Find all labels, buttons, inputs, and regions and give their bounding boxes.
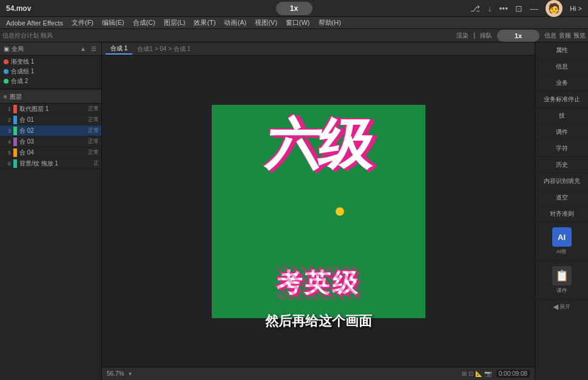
project-panel: 渐变线 1 合成组 1 合成 2: [0, 56, 101, 89]
menu-help[interactable]: 帮助(H): [315, 18, 345, 28]
zoom-display[interactable]: 56.7%: [107, 370, 124, 377]
right-panel-ai[interactable]: AI AI答: [535, 222, 588, 261]
layer-row-5[interactable]: 5 合 04 正常: [0, 147, 101, 158]
comp-text-top: 六级: [212, 117, 425, 172]
layer-mode: 正常: [88, 127, 99, 135]
right-panel-align[interactable]: 道空: [535, 190, 588, 206]
layers-title: 图层: [10, 93, 22, 101]
project-item-layer2[interactable]: 合成组 1: [0, 67, 101, 76]
layer-color-dot: [4, 59, 8, 64]
ai-label: AI答: [556, 248, 567, 256]
layer-row-2[interactable]: 2 合 01 正常: [0, 115, 101, 125]
right-panel-char[interactable]: 字符: [535, 141, 588, 157]
layer-row-3[interactable]: 3 合 02 正常: [0, 125, 101, 136]
layer-color: [13, 127, 17, 135]
comp-text-main: 六级: [264, 117, 373, 172]
share-icon[interactable]: ⎇: [470, 4, 480, 13]
layer-mode: 正常: [88, 138, 99, 145]
project-item-name: 渐变线 1: [11, 58, 34, 66]
layer-mode: 正: [93, 159, 99, 167]
top-bar: 54.mov 1x ⎇ ↓ ••• ⊡ — 🧑 Hi >: [0, 0, 588, 17]
panel-menu-btn[interactable]: ☰: [90, 45, 98, 52]
layers-panel[interactable]: 1 取代图层 1 正常 2 合 01 正常 3 合 02 正常 4 合 03: [0, 104, 101, 380]
workspace-label: 信息控台计划 顾风: [2, 32, 53, 40]
grid-btn[interactable]: ⊞: [462, 370, 467, 377]
project-item-layer1[interactable]: 渐变线 1: [0, 57, 101, 67]
right-panel-adjust[interactable]: 调件: [535, 124, 588, 141]
menu-adobe[interactable]: Adobe After Effects: [2, 19, 67, 27]
preview-label: |: [473, 32, 475, 39]
right-panel-align2[interactable]: 对齐准则: [535, 206, 588, 222]
main-layout: ▣ 全局 ▲ ☰ 渐变线 1 合成组 1 合成 2: [0, 42, 588, 380]
snapshot-btn[interactable]: 📷: [484, 370, 492, 377]
more-icon[interactable]: •••: [499, 4, 508, 13]
layer-color: [13, 148, 17, 157]
menu-effect[interactable]: 效果(T): [190, 18, 219, 28]
right-panel-audio[interactable]: 业务: [535, 75, 588, 92]
right-panel-info[interactable]: 信息: [535, 59, 588, 75]
menu-file[interactable]: 文件(F): [68, 18, 97, 28]
preview-canvas[interactable]: 六级 考英级 然后再给这个画面: [102, 56, 535, 367]
layer-row-6[interactable]: 6 背景/纹 拖放 1 正: [0, 158, 101, 169]
preview-toolbar: 合成 1 合成1 > 04 > 合成 1: [102, 42, 535, 56]
top-bar-left: 54.mov: [6, 4, 31, 13]
panel-collapse-btn[interactable]: ▲: [79, 45, 87, 52]
safe-zones-btn[interactable]: ⊡: [468, 370, 473, 377]
layer-num: 3: [2, 128, 11, 134]
avatar[interactable]: 🧑: [546, 0, 563, 17]
project-title: 全局: [12, 45, 24, 53]
view-options[interactable]: ▾: [129, 370, 132, 377]
layer-color: [13, 116, 17, 124]
right-panel-preview[interactable]: 业务标准停止: [535, 92, 588, 108]
menu-view[interactable]: 视图(V): [251, 18, 281, 28]
layer-name: 合 03: [19, 138, 87, 146]
project-icon: ▣: [4, 45, 9, 52]
layer-color: [13, 159, 17, 168]
hi-text: Hi >: [570, 5, 582, 12]
audio-btn[interactable]: 音频: [559, 32, 571, 40]
project-items: 渐变线 1 合成组 1 合成 2: [0, 56, 101, 87]
layer-num: 2: [2, 117, 11, 123]
layer-mode: 正常: [88, 116, 99, 124]
layer-num: 4: [2, 139, 11, 145]
render-btn[interactable]: 渲染: [456, 32, 468, 40]
right-panel-course[interactable]: 📋 课件: [535, 261, 588, 300]
menu-animation[interactable]: 动画(A): [220, 18, 250, 28]
speed-btn-center[interactable]: 1x: [497, 30, 539, 42]
screen-icon[interactable]: ⊡: [515, 4, 522, 13]
layer-name: 取代图层 1: [19, 105, 87, 113]
preview-tab-comp1[interactable]: 合成 1: [106, 44, 132, 55]
minimize-icon[interactable]: —: [530, 4, 538, 13]
right-panel-content-fill[interactable]: 内容识别填充: [535, 173, 588, 190]
menu-layer[interactable]: 图层(L): [160, 18, 189, 28]
right-panel-history[interactable]: 历史: [535, 157, 588, 173]
course-label: 课件: [556, 287, 567, 295]
layer-row-1[interactable]: 1 取代图层 1 正常: [0, 104, 101, 115]
bottom-text-container: 考英级: [277, 266, 360, 300]
top-bar-right: ⎇ ↓ ••• ⊡ — 🧑 Hi >: [470, 0, 582, 17]
right-panel-properties[interactable]: 属性: [535, 42, 588, 59]
download-icon[interactable]: ↓: [487, 4, 492, 13]
layer-name: 合 04: [19, 148, 87, 157]
right-panel: 属性 信息 业务 业务标准停止 技 调件 字符 历史 内容识别填充 道空 对齐准…: [535, 42, 588, 380]
speed-display[interactable]: 1x: [276, 2, 313, 15]
comp-text-bottom: 考英级: [212, 266, 425, 300]
menu-edit[interactable]: 编辑(E): [98, 18, 128, 28]
queue-btn[interactable]: 排队: [480, 32, 492, 40]
project-item-layer3[interactable]: 合成 2: [0, 76, 101, 86]
breadcrumb: 合成1 > 04 > 合成 1: [137, 45, 191, 53]
timecode[interactable]: 0:00:09:08: [496, 370, 530, 378]
layer-row-4[interactable]: 4 合 03 正常: [0, 136, 101, 147]
menu-bar: Adobe After Effects 文件(F) 编辑(E) 合成(C) 图层…: [0, 17, 588, 29]
workspace-bar: 信息控台计划 顾风 渲染 | 排队 1x 信息 音频 预览: [0, 29, 588, 42]
ruler-btn[interactable]: 📐: [475, 370, 482, 377]
layer-num: 1: [2, 106, 11, 112]
layer-num: 5: [2, 150, 11, 156]
info-btn[interactable]: 信息: [544, 32, 556, 40]
menu-window[interactable]: 窗口(W): [282, 18, 314, 28]
menu-composition[interactable]: 合成(C): [129, 18, 159, 28]
right-panel-effects[interactable]: 技: [535, 108, 588, 124]
course-icon: 📋: [552, 266, 572, 285]
expand-btn[interactable]: ◀ 展开: [535, 300, 588, 313]
preview-btn[interactable]: 预览: [573, 32, 586, 40]
